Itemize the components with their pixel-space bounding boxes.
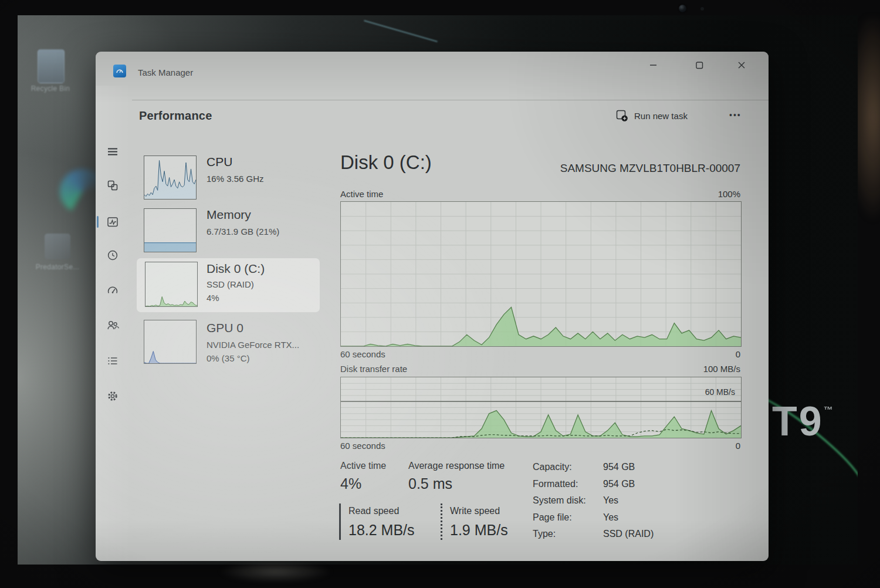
task-manager-app-icon: [113, 65, 126, 77]
processes-icon: [106, 179, 119, 192]
gpu-title: GPU 0: [207, 321, 243, 335]
performance-icon: [106, 215, 119, 228]
detail-system-disk-label: System disk:: [533, 495, 602, 506]
detail-page-file-label: Page file:: [533, 512, 602, 523]
detail-formatted-value: 954 GB: [603, 479, 635, 489]
selected-nav-indicator: [97, 216, 99, 228]
settings-button[interactable]: [101, 557, 124, 561]
memory-subtitle: 6.7/31.9 GB (21%): [207, 227, 279, 236]
startup-apps-icon: [106, 284, 119, 297]
disk-page-title: Disk 0 (C:): [340, 151, 432, 174]
stat-active-time-label: Active time: [340, 461, 386, 471]
gpu-subtitle: NVIDIA GeForce RTX...: [207, 340, 299, 350]
bezel-glare: [194, 561, 358, 588]
disk-usage: 4%: [207, 293, 219, 303]
disk-mini-chart: [145, 262, 198, 307]
sidebar-item-services[interactable]: [101, 384, 124, 408]
sidebar-item-details[interactable]: [101, 349, 124, 373]
transfer-chart-label: Disk transfer rate: [340, 364, 407, 374]
predator-sense-icon[interactable]: [45, 234, 70, 259]
cpu-mini-chart: [144, 156, 197, 200]
webcam: [679, 5, 686, 12]
active-time-x-right: 0: [682, 349, 740, 359]
close-icon: [738, 62, 745, 69]
active-time-max-label: 100%: [653, 189, 740, 199]
users-icon: [106, 319, 119, 332]
hamburger-menu-button[interactable]: [101, 140, 124, 163]
navigation-rail: [96, 86, 132, 561]
app-history-icon: [106, 249, 119, 262]
disk-transfer-chart: [340, 377, 742, 438]
services-icon: [106, 390, 119, 403]
disk-device-name: SAMSUNG MZVLB1T0HBLR-00007: [424, 162, 740, 175]
sidebar-item-processes[interactable]: [101, 174, 124, 197]
disk-subtitle: SSD (RAID): [207, 279, 254, 289]
close-button[interactable]: [729, 56, 754, 74]
maximize-icon: [696, 62, 703, 69]
hamburger-menu-icon: [106, 145, 119, 158]
sidebar-item-startup-apps[interactable]: [101, 279, 124, 302]
wallpaper-t9-text: T9™: [772, 398, 835, 445]
page-title: Performance: [139, 109, 212, 123]
window-title: Task Manager: [138, 67, 193, 77]
detail-capacity-value: 954 GB: [603, 462, 635, 472]
stat-avg-response-label: Average response time: [408, 461, 505, 471]
transfer-60mbs-label: 60 MB/s: [647, 387, 735, 397]
detail-type-label: Type:: [533, 529, 602, 539]
task-manager-window: Task Manager Performance Run new: [96, 52, 769, 561]
run-new-task-label: Run new task: [634, 111, 688, 121]
gpu-mini-chart: [144, 320, 197, 364]
read-speed-marker: [339, 503, 341, 540]
detail-capacity-label: Capacity:: [533, 462, 602, 472]
transfer-x-right: 0: [682, 441, 740, 451]
memory-title: Memory: [207, 208, 251, 222]
stat-write-value: 1.9 MB/s: [450, 522, 508, 539]
stat-write-label: Write speed: [450, 506, 500, 516]
run-new-task-button[interactable]: Run new task: [615, 109, 688, 122]
active-time-x-left: 60 seconds: [340, 349, 385, 359]
sidebar-item-users[interactable]: [101, 313, 124, 337]
transfer-x-left: 60 seconds: [340, 441, 385, 451]
details-icon: [106, 354, 119, 367]
sidebar-item-app-history[interactable]: [101, 244, 124, 267]
run-new-task-icon: [615, 109, 628, 122]
stat-read-value: 18.2 MB/s: [348, 522, 415, 539]
minimize-button[interactable]: [641, 56, 666, 74]
disk-title: Disk 0 (C:): [207, 262, 265, 276]
active-time-chart: [340, 201, 742, 347]
maximize-button[interactable]: [686, 56, 712, 74]
recycle-bin-icon[interactable]: [38, 49, 65, 83]
sidebar-item-performance[interactable]: [101, 210, 124, 234]
stat-active-time-value: 4%: [340, 475, 361, 492]
detail-page-file-value: Yes: [603, 512, 618, 523]
cpu-subtitle: 16% 3.56 GHz: [207, 174, 264, 184]
cpu-title: CPU: [207, 155, 232, 169]
transfer-max-label: 100 MB/s: [653, 364, 740, 374]
write-speed-marker: [441, 503, 442, 540]
detail-formatted-label: Formatted:: [533, 479, 602, 489]
more-options-button[interactable]: •••: [729, 110, 742, 120]
webcam-led: [700, 7, 704, 11]
header-divider: [132, 100, 769, 100]
recycle-bin-label: Recycle Bin: [22, 85, 79, 93]
predator-sense-label: PredatorSe...: [27, 263, 88, 271]
memory-mini-chart: [144, 208, 197, 252]
detail-system-disk-value: Yes: [603, 495, 618, 506]
detail-type-value: SSD (RAID): [603, 529, 654, 539]
minimize-icon: [650, 62, 657, 69]
gpu-usage: 0% (35 °C): [207, 353, 250, 363]
active-time-chart-label: Active time: [340, 189, 383, 199]
laptop-photo: Recycle Bin PredatorSe... T9™ Task Manag…: [0, 0, 880, 588]
stat-avg-response-value: 0.5 ms: [408, 475, 452, 492]
stat-read-label: Read speed: [348, 506, 399, 516]
